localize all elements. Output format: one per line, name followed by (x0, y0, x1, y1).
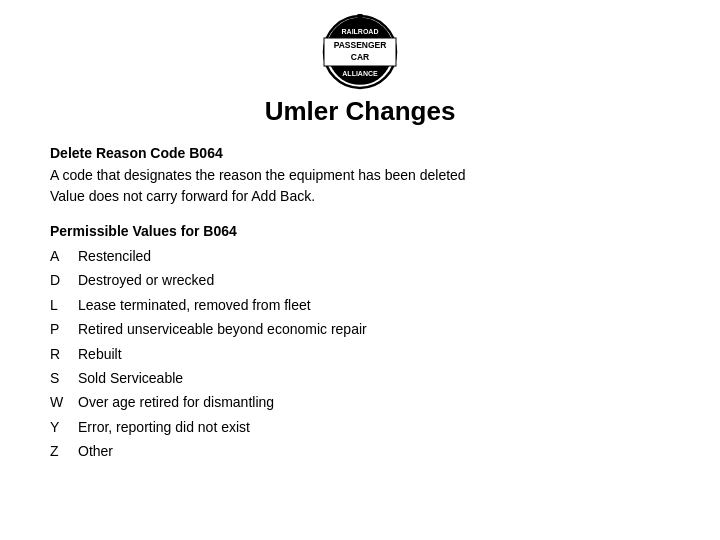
description-line1: A code that designates the reason the eq… (50, 167, 466, 183)
value-description: Rebuilt (78, 343, 680, 365)
svg-text:ALLIANCE: ALLIANCE (342, 70, 378, 77)
value-code: R (50, 343, 78, 365)
values-table: ARestenciledDDestroyed or wreckedLLease … (50, 245, 680, 463)
value-description: Retired unserviceable beyond economic re… (78, 318, 680, 340)
value-description: Sold Serviceable (78, 367, 680, 389)
svg-text:PASSENGER: PASSENGER (334, 40, 387, 50)
description-line2: Value does not carry forward for Add Bac… (50, 188, 315, 204)
value-code: Z (50, 440, 78, 462)
value-description: Lease terminated, removed from fleet (78, 294, 680, 316)
delete-reason-title: Delete Reason Code B064 (50, 145, 680, 161)
value-description: Error, reporting did not exist (78, 416, 680, 438)
value-code: D (50, 269, 78, 291)
description: A code that designates the reason the eq… (50, 165, 680, 207)
value-description: Restenciled (78, 245, 680, 267)
header: RAILROAD PASSENGER CAR ALLIANCE Umler Ch… (40, 10, 680, 127)
svg-text:RAILROAD: RAILROAD (342, 28, 379, 35)
value-description: Other (78, 440, 680, 462)
svg-text:CAR: CAR (351, 52, 369, 62)
logo-icon: RAILROAD PASSENGER CAR ALLIANCE (310, 10, 410, 90)
page-title: Umler Changes (265, 96, 456, 127)
main-content: Delete Reason Code B064 A code that desi… (40, 145, 680, 463)
logo: RAILROAD PASSENGER CAR ALLIANCE (310, 10, 410, 90)
value-code: L (50, 294, 78, 316)
value-code: A (50, 245, 78, 267)
values-title: Permissible Values for B064 (50, 223, 680, 239)
value-code: Y (50, 416, 78, 438)
value-code: S (50, 367, 78, 389)
page: RAILROAD PASSENGER CAR ALLIANCE Umler Ch… (0, 0, 720, 540)
value-code: P (50, 318, 78, 340)
value-description: Over age retired for dismantling (78, 391, 680, 413)
value-description: Destroyed or wrecked (78, 269, 680, 291)
value-code: W (50, 391, 78, 413)
